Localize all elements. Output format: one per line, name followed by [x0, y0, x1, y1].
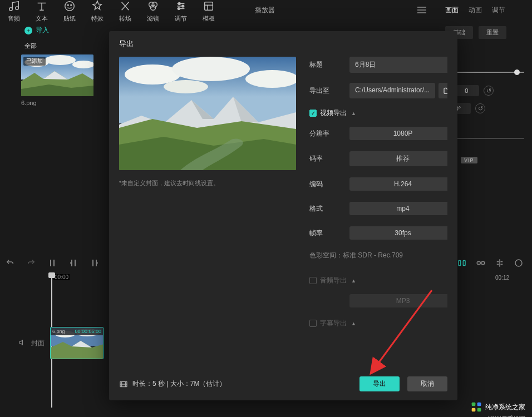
tool-transition[interactable]: 转场	[119, 0, 131, 23]
watermark: 纯净系统之家	[471, 401, 525, 413]
preview-caption: *未自定义封面，建议去时间线设置。	[119, 179, 296, 187]
undo-button[interactable]	[4, 257, 16, 269]
subtitle-export-toggle[interactable]: 字幕导出 ▲	[309, 319, 447, 328]
tab-adjust[interactable]: 调节	[492, 6, 505, 15]
split-button[interactable]	[47, 257, 58, 269]
clip-duration: 00:00:05:00	[75, 329, 101, 334]
pill-reset[interactable]: 重置	[479, 26, 506, 39]
export-path-label: 导出至	[309, 86, 349, 96]
audio-format-select: MP3⌄	[349, 294, 447, 307]
title-label: 标题	[309, 60, 349, 70]
title-input[interactable]: 6月8日	[349, 57, 447, 73]
tool-music[interactable]: 音频	[8, 0, 20, 23]
tool-adjust[interactable]: 调节	[175, 0, 187, 23]
dialog-title: 导出	[119, 39, 447, 49]
svg-point-2	[65, 2, 75, 11]
format-select[interactable]: mp4⌄	[349, 202, 447, 215]
collapse-icon: ▲	[351, 321, 356, 326]
svg-rect-44	[477, 408, 481, 412]
transition-icon	[119, 0, 131, 12]
resolution-label: 分辨率	[309, 129, 349, 138]
tool-fx[interactable]: 特效	[91, 0, 104, 23]
svg-point-7	[150, 5, 155, 10]
tab-animation[interactable]: 动画	[469, 6, 482, 15]
checkbox-off-icon	[309, 320, 317, 327]
logo-icon	[471, 401, 482, 413]
import-label: 导入	[36, 26, 49, 35]
link-icon[interactable]	[475, 257, 486, 269]
video-export-toggle[interactable]: ✓ 视频导出 ▲	[309, 108, 447, 118]
collapse-icon: ▲	[351, 278, 356, 284]
svg-point-4	[71, 4, 72, 6]
timeline-clip[interactable]: 6.png 00:00:05:00	[50, 327, 104, 359]
adjust-icon	[175, 0, 187, 12]
align-icon[interactable]	[494, 257, 505, 269]
tool-sticker[interactable]: 贴纸	[63, 0, 76, 23]
ruler-tick: 00:12	[495, 275, 509, 281]
svg-rect-41	[472, 403, 476, 406]
svg-point-14	[45, 55, 76, 65]
template-icon	[203, 0, 215, 12]
svg-point-33	[164, 80, 208, 93]
media-thumbnail[interactable]: 已添加 6.png	[21, 54, 93, 106]
svg-rect-42	[477, 403, 481, 406]
fx-icon	[91, 0, 104, 12]
reset-icon[interactable]: ↺	[484, 86, 494, 96]
x-value[interactable]: 0	[454, 85, 479, 96]
svg-point-9	[182, 5, 184, 7]
svg-rect-22	[481, 262, 485, 265]
player-menu-icon[interactable]	[417, 7, 426, 13]
text-icon	[36, 0, 48, 12]
tab-canvas[interactable]: 画面	[445, 6, 459, 15]
bitrate-label: 码率	[309, 154, 349, 163]
reset-icon[interactable]: ↺	[475, 103, 485, 113]
svg-rect-20	[463, 261, 465, 266]
checkbox-on-icon: ✓	[309, 110, 317, 117]
svg-point-8	[178, 3, 180, 5]
browse-folder-button[interactable]	[439, 83, 447, 98]
svg-point-23	[515, 260, 522, 266]
watermark-url: www.ycwzjy.com	[488, 415, 525, 417]
sticker-icon	[63, 0, 76, 12]
svg-point-3	[67, 4, 68, 6]
cancel-button[interactable]: 取消	[407, 376, 447, 391]
svg-point-6	[152, 2, 157, 7]
color-space-info: 色彩空间：标准 SDR - Rec.709	[309, 251, 447, 260]
fps-select[interactable]: 30fps⌄	[349, 226, 447, 240]
preview-icon[interactable]	[513, 257, 524, 269]
music-icon	[8, 0, 20, 12]
filter-icon	[147, 0, 159, 12]
audio-export-toggle[interactable]: 音频导出 ▲	[309, 276, 447, 285]
checkbox-off-icon	[309, 277, 317, 284]
player-title: 播放器	[255, 6, 275, 15]
fps-label: 帧率	[309, 229, 349, 238]
svg-rect-11	[205, 2, 213, 11]
tool-template[interactable]: 模板	[203, 0, 215, 23]
mute-icon[interactable]	[19, 339, 27, 348]
split-right-button[interactable]	[89, 257, 100, 269]
cover-label[interactable]: 封面	[31, 339, 45, 348]
resolution-select[interactable]: 1080P⌄	[349, 127, 447, 140]
split-left-button[interactable]	[68, 257, 79, 269]
svg-point-10	[178, 8, 180, 10]
export-preview	[119, 57, 296, 170]
export-path-input[interactable]: C:/Users/Administrator/...	[349, 83, 435, 98]
tool-filter[interactable]: 滤镜	[147, 0, 159, 23]
media-tab-all[interactable]: 全部	[21, 39, 110, 54]
bitrate-select[interactable]: 推荐⌄	[349, 151, 447, 166]
tool-text[interactable]: 文本	[36, 0, 48, 23]
svg-rect-43	[472, 408, 476, 412]
clip-name: 6.png	[52, 329, 65, 334]
playhead[interactable]: 00:00	[50, 274, 70, 280]
svg-rect-21	[477, 262, 480, 265]
codec-label: 编码	[309, 180, 349, 189]
redo-button[interactable]	[26, 257, 37, 269]
codec-select[interactable]: H.264⌄	[349, 177, 447, 191]
magnet-icon[interactable]	[456, 257, 467, 269]
export-button[interactable]: 导出	[359, 376, 400, 391]
footer-duration-size: 时长：5 秒 | 大小：7M（估计）	[132, 379, 226, 389]
svg-point-0	[9, 8, 13, 11]
import-button[interactable]: + 导入	[21, 24, 110, 39]
svg-point-30	[125, 64, 180, 85]
thumbnail-name: 6.png	[21, 100, 93, 106]
